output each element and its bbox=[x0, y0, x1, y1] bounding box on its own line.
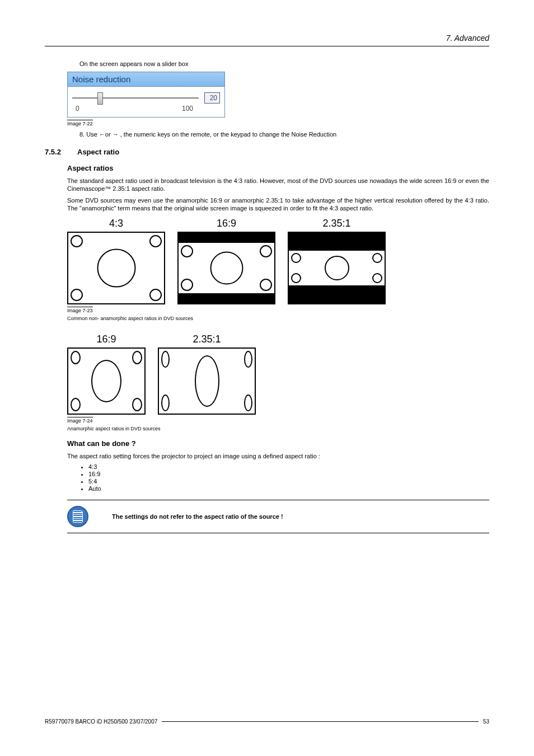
slider-title: Noise reduction bbox=[68, 72, 224, 87]
slider-value: 20 bbox=[204, 92, 220, 104]
note-icon bbox=[67, 506, 88, 527]
note-box: The settings do not refer to the aspect … bbox=[67, 500, 489, 533]
image-caption-7-22: Image 7-22 bbox=[67, 120, 93, 126]
what-can-be-done-p1: The aspect ratio setting forces the proj… bbox=[67, 452, 489, 460]
list-item: 4:3 bbox=[88, 463, 489, 470]
figure-7-23: 4:3 16:9 bbox=[67, 218, 489, 304]
note-text: The settings do not refer to the aspect … bbox=[112, 513, 283, 520]
list-item: 16:9 bbox=[88, 471, 489, 477]
ratio-label-235: 2.35:1 bbox=[322, 218, 350, 229]
slider-thumb[interactable] bbox=[97, 92, 103, 105]
what-can-be-done-heading: What can be done ? bbox=[67, 439, 489, 448]
page-footer: R59770079 BARCO iD H250/500 23/07/2007 5… bbox=[45, 719, 489, 725]
aspect-ratios-p2: Some DVD sources may even use the anamor… bbox=[67, 196, 489, 213]
slider-track[interactable] bbox=[72, 92, 199, 104]
chapter-header: 7. Advanced bbox=[45, 34, 489, 46]
image-caption-7-23: Image 7-23 bbox=[67, 307, 93, 313]
ratio-label-169: 16:9 bbox=[217, 218, 236, 229]
footer-doc-id: R59770079 BARCO iD H250/500 23/07/2007 bbox=[45, 719, 157, 725]
section-heading: 7.5.2 Aspect ratio bbox=[45, 148, 489, 156]
aspect-ratio-list: 4:3 16:9 5:4 Auto bbox=[67, 463, 489, 492]
aspect-ratios-p1: The standard aspect ratio used in broadc… bbox=[67, 177, 489, 193]
slider-max: 100 bbox=[182, 105, 193, 112]
slider-min: 0 bbox=[76, 105, 79, 112]
image-desc-7-24: Anamorphic aspect ratios in DVD sources bbox=[67, 426, 489, 431]
ratio-label-43: 4:3 bbox=[109, 218, 123, 229]
list-item: 5:4 bbox=[88, 478, 489, 485]
step-8-text: 8. Use ←or → , the numeric keys on the r… bbox=[79, 131, 489, 138]
image-desc-7-23: Common non- anamorphic aspect ratios in … bbox=[67, 316, 489, 321]
noise-reduction-slider-box: Noise reduction 20 0 100 bbox=[67, 72, 225, 118]
section-title: Aspect ratio bbox=[77, 148, 119, 156]
intro-text: On the screen appears now a slider box bbox=[79, 60, 489, 67]
footer-page-number: 53 bbox=[483, 719, 489, 725]
ratio-label-ana-169: 16:9 bbox=[96, 334, 116, 345]
ratio-label-ana-235: 2.35:1 bbox=[193, 334, 221, 345]
section-number: 7.5.2 bbox=[45, 148, 67, 156]
image-caption-7-24: Image 7-24 bbox=[67, 417, 93, 424]
figure-7-24: 16:9 2.35:1 bbox=[67, 334, 489, 415]
aspect-ratios-heading: Aspect ratios bbox=[67, 164, 489, 172]
list-item: Auto bbox=[88, 485, 489, 492]
